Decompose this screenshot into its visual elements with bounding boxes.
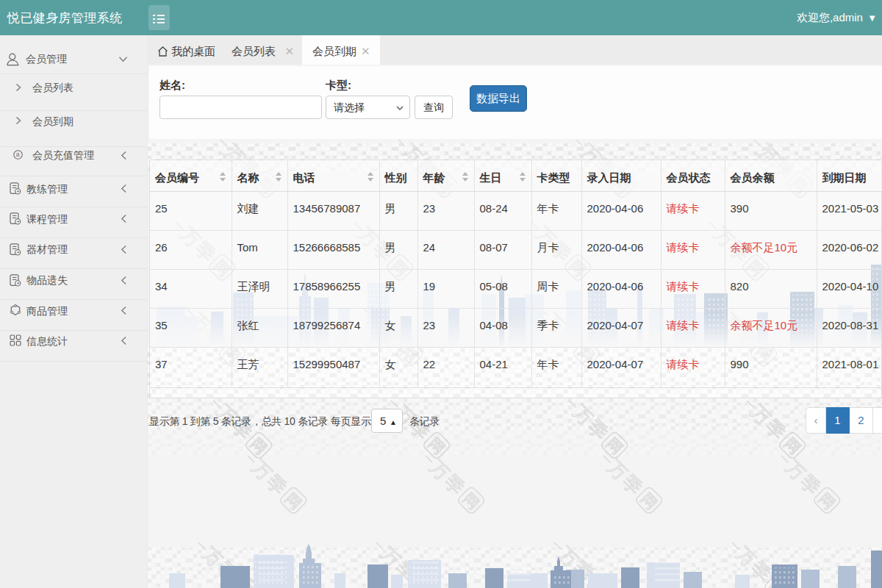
svg-text:网: 网 [816,490,839,512]
svg-text:网: 网 [460,490,483,512]
svg-text:网: 网 [282,490,305,512]
svg-text:网: 网 [638,490,661,512]
svg-text:a: a [16,151,20,158]
